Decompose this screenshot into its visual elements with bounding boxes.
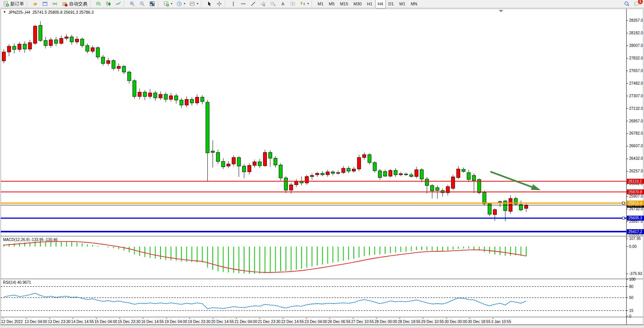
- cursor-button[interactable]: [204, 0, 214, 8]
- candle-body: [357, 158, 361, 169]
- fibonacci-button[interactable]: F: [268, 0, 278, 8]
- toolbar-separator: [312, 1, 313, 7]
- new-order-icon: [3, 1, 9, 7]
- rsi-tick-label: 50: [629, 296, 634, 300]
- candles-icon: [105, 1, 111, 7]
- market-watch-button[interactable]: [30, 0, 40, 8]
- timeframe-mn[interactable]: MN: [408, 0, 420, 8]
- svg-text:E: E: [263, 4, 265, 6]
- candle-body: [143, 92, 146, 96]
- search-button[interactable]: [622, 0, 632, 8]
- candle-body: [289, 185, 293, 190]
- notifications-button[interactable]: 1: [632, 0, 642, 8]
- time-tick-label: 28 Dec 00:00: [374, 320, 397, 324]
- autotrading-button[interactable]: 自动交易: [60, 0, 89, 8]
- toolbar-separator: [158, 1, 160, 7]
- time-tick-label: 23 Dec 04:00: [305, 320, 328, 324]
- equidistant-channel-button[interactable]: E: [258, 0, 268, 8]
- arrows-button[interactable]: ▾: [298, 0, 311, 8]
- timeframe-w1[interactable]: W1: [397, 0, 408, 8]
- candle-body: [96, 48, 100, 57]
- horizontal-line-button[interactable]: [238, 0, 248, 8]
- rsi-tick-label: 100: [629, 277, 636, 281]
- cursor-icon: [206, 1, 212, 7]
- price-level-label-text: 25417.2: [628, 230, 642, 234]
- new-order-label: 新订单: [10, 1, 24, 7]
- timeframe-h1[interactable]: H1: [364, 0, 375, 8]
- candle-body: [247, 166, 251, 172]
- candle-body: [112, 61, 115, 69]
- candle-body: [70, 37, 74, 42]
- candle-body: [342, 168, 345, 172]
- price-tick-label: 26957.0: [629, 119, 643, 123]
- timeframe-m30[interactable]: M30: [351, 0, 364, 8]
- vertical-line-button[interactable]: [228, 0, 238, 8]
- time-tick-label: 15 Dec 04:00: [95, 320, 117, 324]
- new-chart-icon: [163, 1, 169, 7]
- symbol-timeframe: JPN225-,H4: [8, 10, 30, 14]
- price-tick-label: 27482.0: [629, 81, 643, 85]
- candle-body: [263, 153, 267, 166]
- timeframe-m5[interactable]: M5: [326, 0, 337, 8]
- templates-button[interactable]: ▾: [187, 0, 200, 8]
- crosshair-icon: [216, 1, 222, 7]
- bar-chart-mode-button[interactable]: [93, 0, 103, 8]
- gold-box-icon: [32, 1, 38, 7]
- candle-body: [451, 177, 455, 188]
- toolbar-separator: [201, 1, 203, 7]
- timeframe-d1[interactable]: D1: [386, 0, 397, 8]
- candle-body: [237, 158, 241, 166]
- chevron-down-icon[interactable]: ▾: [307, 2, 309, 5]
- line-handle[interactable]: [622, 217, 625, 219]
- price-tick-label: 28007.0: [629, 43, 643, 48]
- chevron-down-icon[interactable]: ▾: [197, 2, 198, 5]
- periods-button[interactable]: ▾: [174, 0, 187, 8]
- line-chart-mode-button[interactable]: [113, 0, 123, 8]
- line-handle[interactable]: [622, 202, 625, 204]
- zoom-in-button[interactable]: [127, 0, 137, 8]
- chevron-down-icon[interactable]: ▾: [184, 2, 185, 5]
- price-tick-label: 27832.0: [629, 56, 643, 60]
- price-tick-label: 28182.0: [629, 31, 643, 35]
- timeframe-m1[interactable]: M1: [315, 0, 326, 8]
- text-label-button[interactable]: T: [288, 0, 298, 8]
- new-order-button[interactable]: 新订单: [1, 0, 26, 8]
- collapse-icon[interactable]: ▼: [3, 11, 6, 14]
- candle-body: [133, 81, 136, 96]
- trendline-button[interactable]: [248, 0, 258, 8]
- zoom-out-button[interactable]: [137, 0, 147, 8]
- text-button[interactable]: A: [278, 0, 288, 8]
- new-chart-button[interactable]: ▾: [161, 0, 174, 8]
- candle-body: [498, 202, 502, 202]
- candle-body: [389, 170, 392, 176]
- candle-body: [180, 100, 183, 105]
- candle-body: [23, 44, 26, 49]
- chevron-down-icon[interactable]: ▾: [171, 2, 172, 5]
- arrows-icon: [300, 1, 306, 7]
- time-tick-label: 22 Dec 14:55: [281, 320, 304, 324]
- candle-body: [80, 39, 84, 45]
- candle-body: [456, 169, 460, 178]
- timeframe-m15[interactable]: M15: [337, 0, 351, 8]
- rsi-tick-label: 80: [629, 285, 634, 289]
- bars-icon: [95, 1, 101, 7]
- ohlc-values: 25741.5 25805.8 25691.3 25786.3: [32, 10, 94, 14]
- candle-body: [321, 173, 324, 175]
- candle-body: [91, 48, 94, 51]
- text-icon: A: [280, 1, 286, 7]
- candle-body: [462, 169, 465, 172]
- timeframe-h4[interactable]: H4: [375, 0, 386, 8]
- chart-info-line: ▼ JPN225-,H4 25741.5 25805.8 25691.3 257…: [3, 10, 94, 14]
- autotrading-label: 自动交易: [69, 1, 87, 7]
- candle-body: [13, 46, 16, 49]
- template-icon: [189, 1, 195, 7]
- candle-body: [2, 52, 6, 61]
- signals-button[interactable]: [50, 0, 60, 8]
- candle-body: [55, 40, 58, 43]
- tile-windows-button[interactable]: [147, 0, 157, 8]
- candle-chart-mode-button[interactable]: [103, 0, 113, 8]
- chart-window-button[interactable]: [40, 0, 50, 8]
- crosshair-button[interactable]: [214, 0, 224, 8]
- time-tick-label: 27 Dec 10:55: [351, 320, 374, 324]
- price-tick-label: 25907.0: [629, 194, 643, 198]
